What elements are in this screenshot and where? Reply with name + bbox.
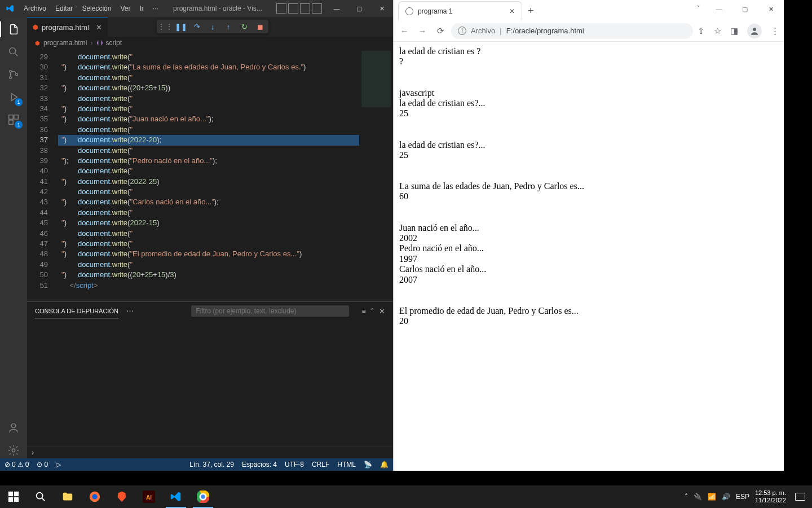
minimize-button[interactable]: — xyxy=(325,0,348,17)
profile-avatar[interactable] xyxy=(747,24,762,38)
breadcrumb[interactable]: ⬢ programa.html › script xyxy=(27,37,393,49)
activity-search-icon[interactable] xyxy=(6,44,21,60)
breadcrumb-file[interactable]: programa.html xyxy=(43,39,87,47)
status-indent[interactable]: Espacios: 4 xyxy=(242,461,277,468)
nav-forward-icon: → xyxy=(416,26,429,36)
panel-toggle-bar[interactable]: › xyxy=(27,446,393,458)
tray-volume-icon[interactable]: 🔊 xyxy=(722,493,730,501)
status-language[interactable]: HTML xyxy=(337,461,356,468)
editor-tab-programa[interactable]: ⬢ programa.html ✕ xyxy=(27,17,108,37)
tray-language[interactable]: ESP xyxy=(736,493,749,501)
tray-notifications-icon[interactable] xyxy=(795,493,805,501)
addr-scheme: Archivo xyxy=(471,27,495,35)
activity-explorer-icon[interactable] xyxy=(6,21,21,37)
maximize-button[interactable]: ▢ xyxy=(732,0,758,18)
tab-label: programa 1 xyxy=(418,7,505,15)
debug-toolbar[interactable]: ⋮⋮ ❚❚ ↷ ↓ ↑ ↻ ◼ xyxy=(157,20,268,33)
tab-close-icon[interactable]: ✕ xyxy=(509,7,515,15)
debug-grip-icon[interactable]: ⋮⋮ xyxy=(160,21,170,32)
code-area[interactable]: document.write("") document.write("La su… xyxy=(58,49,359,301)
tray-wifi-icon[interactable]: 📶 xyxy=(708,493,716,501)
activity-settings-icon[interactable] xyxy=(6,443,21,458)
browser-page-content: la edad de cristian es ??javascriptla ed… xyxy=(394,42,784,471)
html-file-icon: ⬢ xyxy=(33,24,38,31)
svg-rect-5 xyxy=(14,115,18,119)
status-cursor-pos[interactable]: Lín. 37, col. 29 xyxy=(189,461,234,468)
status-port-icon[interactable]: ⊙ 0 xyxy=(37,461,48,468)
activity-extensions-icon[interactable]: 1 xyxy=(6,112,21,128)
activity-scm-icon[interactable] xyxy=(6,67,21,82)
browser-tab-programa[interactable]: programa 1 ✕ xyxy=(398,1,522,20)
console-close-icon[interactable]: ✕ xyxy=(379,307,385,316)
menu-overflow[interactable]: ··· xyxy=(149,5,162,12)
chevron-right-icon[interactable]: › xyxy=(27,449,38,457)
console-wrap-icon[interactable]: ≡ xyxy=(361,307,366,316)
minimize-button[interactable]: — xyxy=(706,0,732,18)
editor[interactable]: 2930313233343536373839404142434445464748… xyxy=(27,49,393,301)
status-errors[interactable]: ⊘ 0 ⚠ 0 xyxy=(5,461,29,468)
close-button[interactable]: ✕ xyxy=(758,0,784,18)
console-collapse-icon[interactable]: ˄ xyxy=(370,307,374,316)
svg-rect-11 xyxy=(14,492,19,496)
taskbar-firefox-icon[interactable] xyxy=(81,485,108,508)
layout-icon[interactable] xyxy=(312,3,322,14)
menu-archivo[interactable]: Archivo xyxy=(20,5,50,12)
browser-window: — ▢ ✕ ˅ programa 1 ✕ + ← → ⟳ i Archivo |… xyxy=(393,0,784,471)
debug-pause-icon[interactable]: ❚❚ xyxy=(176,21,186,32)
start-button[interactable] xyxy=(0,485,27,508)
breadcrumb-script[interactable]: script xyxy=(96,39,122,47)
console-tab-debug[interactable]: CONSOLA DE DEPURACIÓN xyxy=(35,304,118,318)
menu-editar[interactable]: Editar xyxy=(51,5,77,12)
debug-stop-icon[interactable]: ◼ xyxy=(255,21,265,32)
console-filter-input[interactable] xyxy=(191,305,349,317)
debug-restart-icon[interactable]: ↻ xyxy=(239,21,249,32)
console-more-icon[interactable]: ··· xyxy=(126,306,134,316)
close-button[interactable]: ✕ xyxy=(370,0,393,17)
address-bar[interactable]: i Archivo | F:/oracle/programa.html xyxy=(451,23,693,39)
layout-icon[interactable] xyxy=(300,3,310,14)
site-info-icon[interactable]: i xyxy=(458,27,466,35)
nav-back-icon[interactable]: ← xyxy=(398,26,411,36)
status-eol[interactable]: CRLF xyxy=(312,461,329,468)
taskbar-explorer-icon[interactable] xyxy=(54,485,81,508)
taskbar-search-icon[interactable] xyxy=(27,485,54,508)
minimap[interactable] xyxy=(359,49,393,301)
bookmark-icon[interactable]: ☆ xyxy=(714,26,721,36)
chevron-right-icon: › xyxy=(90,39,92,47)
layout-controls[interactable] xyxy=(273,3,325,14)
taskbar-vscode-icon[interactable] xyxy=(162,485,189,508)
menu-seleccion[interactable]: Selección xyxy=(78,5,115,12)
browser-menu-icon[interactable]: ⋮ xyxy=(771,26,779,36)
globe-icon xyxy=(405,7,413,15)
tray-datetime[interactable]: 12:53 p. m. 11/12/2022 xyxy=(755,489,786,503)
tray-power-icon[interactable]: 🔌 xyxy=(694,493,702,501)
activity-debug-icon[interactable]: 1 xyxy=(6,89,21,105)
layout-icon[interactable] xyxy=(276,3,286,14)
maximize-button[interactable]: ▢ xyxy=(348,0,370,17)
sidepanel-icon[interactable]: ◨ xyxy=(730,26,738,36)
console-body[interactable] xyxy=(27,320,393,446)
status-feedback-icon[interactable]: 📡 xyxy=(364,461,372,468)
taskbar-brave-icon[interactable] xyxy=(108,485,135,508)
status-bell-icon[interactable]: 🔔 xyxy=(380,461,389,468)
status-encoding[interactable]: UTF-8 xyxy=(285,461,304,468)
menu-ver[interactable]: Ver xyxy=(116,5,134,12)
activity-account-icon[interactable] xyxy=(6,420,21,436)
nav-reload-icon[interactable]: ⟳ xyxy=(434,26,447,36)
svg-point-2 xyxy=(10,77,12,79)
debug-stepover-icon[interactable]: ↷ xyxy=(192,21,202,32)
menu-ir[interactable]: Ir xyxy=(135,5,147,12)
taskbar-chrome-icon[interactable] xyxy=(189,485,217,508)
chevron-down-icon[interactable]: ˅ xyxy=(697,5,700,12)
taskbar-illustrator-icon[interactable]: Ai xyxy=(135,485,162,508)
tab-close-icon[interactable]: ✕ xyxy=(96,23,102,32)
share-icon[interactable]: ⇧ xyxy=(698,26,705,36)
new-tab-button[interactable]: + xyxy=(522,5,540,17)
debug-stepin-icon[interactable]: ↓ xyxy=(208,21,218,32)
svg-text:Ai: Ai xyxy=(146,494,152,501)
vscode-titlebar[interactable]: Archivo Editar Selección Ver Ir ··· prog… xyxy=(0,0,393,17)
tray-chevron-up-icon[interactable]: ˄ xyxy=(685,493,688,501)
layout-icon[interactable] xyxy=(288,3,298,14)
status-debug-icon[interactable]: ▷ xyxy=(56,461,61,468)
debug-stepout-icon[interactable]: ↑ xyxy=(223,21,233,32)
